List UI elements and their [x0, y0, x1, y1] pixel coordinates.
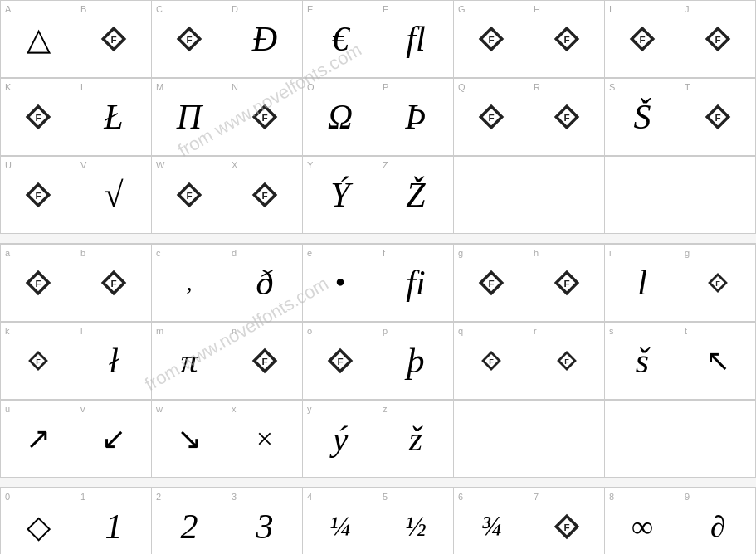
svg-text:F: F: [489, 357, 494, 366]
grid-cell: b F: [76, 245, 152, 322]
cell-label: T: [685, 82, 690, 92]
grid-cell: LŁ: [76, 79, 152, 156]
grid-cell: x×: [227, 401, 303, 478]
svg-text:F: F: [715, 34, 720, 45]
section-separator-1: [0, 234, 756, 244]
grid-cell: c,: [152, 245, 227, 322]
cell-label: H: [534, 4, 540, 14]
grid-cell: dð: [227, 245, 303, 322]
cell-label: n: [232, 326, 237, 336]
cell-char: Π: [177, 100, 202, 134]
cell-char: F: [27, 349, 50, 372]
grid-cell: zž: [378, 401, 454, 478]
cell-label: k: [5, 326, 10, 336]
cell-char: F: [703, 102, 733, 132]
cell-char: Ω: [328, 100, 353, 134]
cell-label: O: [307, 82, 315, 92]
row-lowercase-1: a F b F c,dðe•ffig F h F ilg F: [0, 244, 756, 322]
grid-cell: il: [605, 245, 680, 322]
grid-cell: w↘: [152, 401, 227, 478]
cell-label: o: [307, 326, 312, 336]
grid-cell: V√: [76, 157, 152, 234]
grid-cell: N F: [227, 79, 303, 156]
cell-char: 2: [181, 509, 198, 544]
cell-label: 7: [534, 492, 539, 502]
cell-char: F: [480, 349, 503, 372]
cell-char: ,: [187, 271, 193, 294]
cell-label: F: [383, 4, 388, 14]
cell-char: ¾: [480, 513, 502, 541]
cell-char: ł: [109, 343, 119, 378]
cell-char: ¼: [329, 513, 351, 541]
grid-cell: 5½: [378, 488, 454, 554]
grid-cell: a F: [1, 245, 76, 322]
cell-label: v: [80, 404, 85, 414]
svg-text:F: F: [639, 34, 645, 45]
cell-label: f: [383, 248, 385, 258]
cell-label: b: [80, 248, 85, 258]
grid-cell: [605, 401, 680, 478]
cell-label: I: [609, 4, 612, 14]
cell-label: R: [534, 82, 540, 92]
cell-label: i: [609, 248, 611, 258]
cell-label: z: [383, 404, 388, 414]
svg-text:F: F: [35, 112, 41, 123]
svg-text:F: F: [715, 112, 720, 123]
grid-cell: h F: [529, 245, 605, 322]
cell-label: q: [458, 326, 463, 336]
cell-char: 3: [256, 509, 274, 544]
cell-label: B: [80, 4, 86, 14]
cell-label: s: [609, 326, 614, 336]
cell-char: F: [250, 346, 280, 376]
cell-char: F: [552, 24, 582, 54]
grid-cell: yý: [303, 401, 378, 478]
cell-label: t: [685, 326, 687, 336]
grid-cell: 11: [76, 488, 152, 554]
cell-char: F: [250, 102, 280, 132]
grid-cell: 8∞: [605, 488, 680, 554]
lowercase-section: a F b F c,dðe•ffig F h F ilg F k F lłmπn…: [0, 244, 756, 478]
cell-char: Ł: [104, 100, 123, 134]
grid-cell: B F: [76, 1, 152, 78]
cell-label: x: [232, 404, 237, 414]
cell-label: 4: [307, 492, 312, 502]
cell-label: Z: [383, 160, 388, 170]
grid-cell: J F: [680, 1, 756, 78]
cell-label: E: [307, 4, 313, 14]
grid-cell: OΩ: [303, 79, 378, 156]
cell-char: √: [104, 177, 123, 212]
grid-cell: [529, 401, 605, 478]
cell-label: 5: [383, 492, 388, 502]
svg-text:F: F: [186, 190, 192, 201]
grid-cell: 0◇: [1, 488, 76, 554]
cell-char: ×: [256, 424, 273, 454]
grid-cell: v↙: [76, 401, 152, 478]
cell-label: Y: [307, 160, 313, 170]
cell-char: ∞: [632, 512, 653, 542]
cell-char: F: [552, 512, 582, 542]
cell-char: l: [637, 265, 647, 300]
grid-cell: W F: [152, 157, 227, 234]
cell-label: 6: [458, 492, 463, 502]
grid-cell: I F: [605, 1, 680, 78]
cell-label: C: [156, 4, 163, 14]
grid-cell: g F: [454, 245, 529, 322]
cell-char: ½: [405, 513, 427, 541]
grid-cell: SŠ: [605, 79, 680, 156]
grid-cell: C F: [152, 1, 227, 78]
cell-char: F: [325, 346, 355, 376]
cell-label: U: [5, 160, 12, 170]
cell-label: J: [685, 4, 690, 14]
cell-char: š: [636, 343, 649, 378]
cell-char: •: [335, 268, 346, 298]
grid-cell: lł: [76, 323, 152, 400]
cell-char: ◇: [27, 511, 51, 542]
grid-cell: H F: [529, 1, 605, 78]
cell-char: F: [552, 268, 582, 298]
grid-cell: u↗: [1, 401, 76, 478]
cell-char: F: [476, 102, 506, 132]
grid-cell: 22: [152, 488, 227, 554]
grid-cell: 7 F: [529, 488, 605, 554]
svg-text:F: F: [563, 112, 569, 123]
cell-label: Q: [458, 82, 466, 92]
